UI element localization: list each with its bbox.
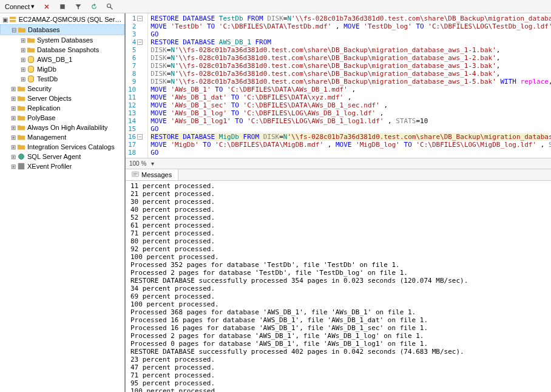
code-line[interactable]: GO xyxy=(150,149,549,157)
stop-icon[interactable] xyxy=(56,2,69,11)
tree-label: System Databases xyxy=(37,36,93,44)
expand-icon[interactable]: ⊞ xyxy=(10,115,17,121)
tree-label: MigDb xyxy=(37,66,56,73)
tree-node[interactable]: ⊞AWS_DB_1 xyxy=(0,55,124,64)
tree-node[interactable]: ⊞Replication xyxy=(0,103,124,113)
svg-rect-3 xyxy=(10,20,16,22)
folder-icon xyxy=(27,36,35,44)
tree-label: Replication xyxy=(27,104,60,112)
code-area[interactable]: RESTORE DATABASE TestDb FROM DISK=N'\\fs… xyxy=(148,13,551,158)
tree-node[interactable]: ⊞XEvent Profiler xyxy=(0,161,124,171)
expand-icon[interactable]: ⊞ xyxy=(19,37,27,44)
folder-icon xyxy=(17,113,25,122)
code-line[interactable]: MOVE 'AWs_DB_1' TO 'C:\DBFILES\DATA\AWs_… xyxy=(150,86,549,93)
svg-rect-0 xyxy=(60,4,65,9)
code-line[interactable]: MOVE 'AWs_DB_1_log1' TO 'C:\DBFILES\LOG\… xyxy=(150,117,549,125)
svg-rect-2 xyxy=(10,17,16,19)
tree-node[interactable]: ⊞TestDb xyxy=(0,74,124,84)
expand-icon[interactable]: ⊞ xyxy=(10,144,17,150)
expand-icon[interactable]: ⊞ xyxy=(10,95,17,102)
zoom-value[interactable]: 100 % xyxy=(129,160,146,167)
expand-icon[interactable]: ⊟ xyxy=(10,27,18,33)
db-icon xyxy=(27,65,35,73)
fold-icon[interactable]: − xyxy=(137,134,143,140)
code-line[interactable]: MOVE 'AWs_DB_1_sec' TO 'C:\DBFILES\DATA\… xyxy=(150,101,549,109)
fold-icon[interactable]: − xyxy=(137,16,143,21)
messages-panel[interactable]: 11 percent processed. 21 percent process… xyxy=(126,181,551,392)
tree-label: TestDb xyxy=(37,75,58,83)
search-icon[interactable] xyxy=(104,2,116,11)
code-line[interactable]: MOVE 'MigDb' TO 'C:\DBFILES\DATA\MigDB.m… xyxy=(150,141,549,149)
line-gutter: 1−234−5678910111213141516−1718 xyxy=(126,13,148,158)
tree-label: Database Snapshots xyxy=(37,46,99,53)
tree-node[interactable]: ⊞System Databases xyxy=(0,35,124,45)
agent-icon xyxy=(17,152,25,161)
code-line[interactable]: DISK=N'\\fs-028c01b7a36d381d0.test.com\s… xyxy=(150,70,549,78)
tree-label: PolyBase xyxy=(27,114,55,121)
connect-button[interactable]: Connect ▾ xyxy=(2,2,37,11)
expand-icon[interactable]: ⊞ xyxy=(19,47,27,53)
tree-label: Databases xyxy=(28,26,60,33)
code-line[interactable]: DISK=N'\\fs-028c01b7a36d381d0.test.com\s… xyxy=(150,78,549,86)
db-icon xyxy=(27,75,35,83)
chevron-down-icon: ▾ xyxy=(31,2,35,10)
code-line[interactable]: MOVE 'AWs_DB_1_dat' TO 'C:\DBFILES\DATA\… xyxy=(150,93,549,101)
tree-label: AWS_DB_1 xyxy=(37,56,72,63)
tree-node[interactable]: ⊞Integration Services Catalogs xyxy=(0,142,124,152)
tree-node[interactable]: ⊞MigDb xyxy=(0,64,124,74)
folder-icon xyxy=(17,84,25,93)
folder-icon xyxy=(17,143,25,151)
server-label: EC2AMAZ-QSMC9US (SQL Server 15.0.43 xyxy=(19,16,124,23)
server-node[interactable]: ▣ EC2AMAZ-QSMC9US (SQL Server 15.0.43 xyxy=(0,15,124,24)
code-line[interactable]: GO xyxy=(150,125,549,133)
tree-label: Security xyxy=(27,85,52,92)
tree-node[interactable]: ⊞Database Snapshots xyxy=(0,45,124,55)
folder-icon xyxy=(17,133,25,141)
tree-node[interactable]: ⊞Security xyxy=(0,84,124,93)
code-line[interactable]: RESTORE DATABASE MigDb FROM DISK=N'\\fs-… xyxy=(150,133,549,141)
svg-point-1 xyxy=(107,4,110,7)
folder-icon xyxy=(17,104,25,112)
folder-icon xyxy=(17,94,25,103)
expand-icon[interactable]: ⊞ xyxy=(10,154,17,160)
code-line[interactable]: RESTORE DATABASE AWS_DB_1 FROM xyxy=(150,38,549,46)
expand-icon[interactable]: ⊞ xyxy=(19,56,27,63)
expand-icon[interactable]: ⊞ xyxy=(10,124,17,131)
object-explorer[interactable]: ▣ EC2AMAZ-QSMC9US (SQL Server 15.0.43 ⊟D… xyxy=(0,13,125,392)
code-line[interactable]: MOVE 'AWs_DB_1_log' TO 'C:\DBFILES\LOG\A… xyxy=(150,109,549,117)
expand-icon[interactable]: ⊞ xyxy=(10,163,17,170)
filter-icon[interactable] xyxy=(72,2,84,11)
expand-icon[interactable]: ⊞ xyxy=(10,86,17,92)
expand-icon[interactable]: ⊞ xyxy=(19,76,27,83)
code-line[interactable]: RESTORE DATABASE TestDb FROM DISK=N'\\fs… xyxy=(150,15,549,22)
code-line[interactable]: MOVE 'TestDb' TO 'C:\DBFILES\DATA\TestDb… xyxy=(150,22,549,30)
code-line[interactable]: DISK=N'\\fs-028c01b7a36d381d0.test.com\s… xyxy=(150,46,549,54)
expand-icon[interactable]: ▣ xyxy=(2,16,8,23)
code-line[interactable]: DISK=N'\\fs-028c01b7a36d381d0.test.com\s… xyxy=(150,62,549,70)
tab-messages[interactable]: Messages xyxy=(126,169,178,180)
expand-icon[interactable]: ⊞ xyxy=(10,105,17,112)
tree-label: Management xyxy=(27,133,66,141)
chevron-down-icon[interactable]: ▾ xyxy=(151,160,154,167)
messages-icon xyxy=(132,171,139,179)
disconnect-icon[interactable] xyxy=(41,2,53,11)
tree-label: XEvent Profiler xyxy=(27,163,72,170)
fold-icon[interactable]: − xyxy=(137,39,143,45)
tree-node[interactable]: ⊞SQL Server Agent xyxy=(0,152,124,161)
expand-icon[interactable]: ⊞ xyxy=(19,66,27,73)
tree-node[interactable]: ⊟Databases xyxy=(0,24,124,35)
server-icon xyxy=(8,15,17,24)
folder-icon xyxy=(17,123,25,132)
tree-node[interactable]: ⊞Always On High Availability xyxy=(0,123,124,132)
refresh-icon[interactable] xyxy=(88,2,100,11)
tree-node[interactable]: ⊞PolyBase xyxy=(0,113,124,123)
sql-editor[interactable]: 1−234−5678910111213141516−1718 RESTORE D… xyxy=(126,13,551,158)
tree-label: Integration Services Catalogs xyxy=(27,143,115,150)
code-line[interactable]: DISK=N'\\fs-028c01b7a36d381d0.test.com\s… xyxy=(150,54,549,62)
zoom-bar: 100 % ▾ xyxy=(126,158,551,169)
object-explorer-toolbar: Connect ▾ xyxy=(0,0,551,13)
expand-icon[interactable]: ⊞ xyxy=(10,134,17,141)
code-line[interactable]: GO xyxy=(150,30,549,38)
tree-node[interactable]: ⊞Server Objects xyxy=(0,93,124,103)
tree-node[interactable]: ⊞Management xyxy=(0,132,124,142)
